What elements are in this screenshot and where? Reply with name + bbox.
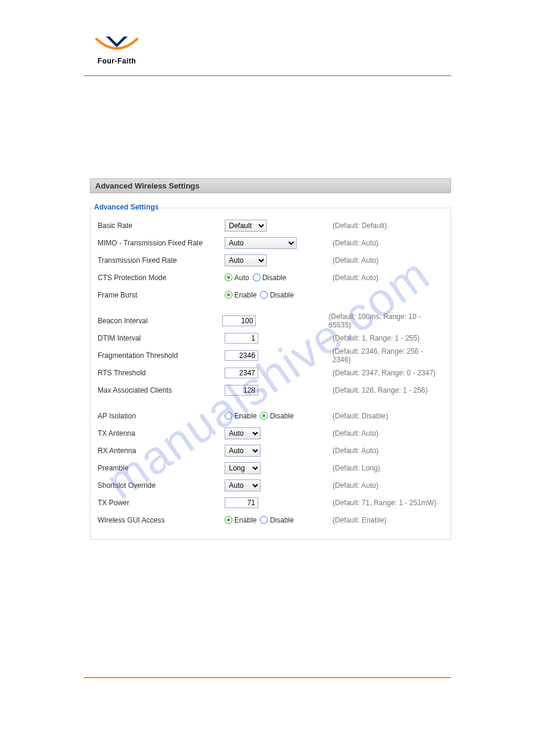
label-frame-burst: Frame Burst (98, 291, 225, 299)
row-cts-mode: CTS Protection Mode Auto Disable (Defaul… (98, 269, 443, 286)
row-dtim-interval: DTIM Interval (Default: 1, Range: 1 - 25… (98, 329, 443, 347)
hint-rx-antenna: (Default: Auto) (333, 447, 379, 455)
hint-preamble: (Default: Long) (333, 464, 380, 472)
select-preamble[interactable]: Long (225, 462, 261, 474)
input-tx-power[interactable] (225, 497, 258, 508)
row-gui-access: Wireless GUI Access Enable Disable (Defa… (98, 511, 443, 529)
row-rx-antenna: RX Antenna Auto (Default: Auto) (98, 442, 443, 459)
select-tx-antenna[interactable]: Auto (225, 427, 261, 439)
label-shortslot: Shortslot Override (98, 481, 225, 490)
hint-tx-power: (Default: 71, Range: 1 - 251mW) (333, 499, 436, 507)
radio-frame-burst-enable[interactable] (225, 291, 232, 299)
hint-gui-access: (Default: Enable) (333, 516, 386, 524)
label-preamble: Preamble (98, 464, 225, 472)
row-ap-isolation: AP Isolation Enable Disable (Default: Di… (98, 407, 443, 424)
row-max-clients: Max Associated Clients (Default: 128, Ra… (98, 381, 443, 399)
hint-tx-fixed-rate: (Default: Auto) (333, 256, 379, 265)
hint-rts-threshold: (Default: 2347, Range: 0 - 2347) (333, 369, 436, 377)
hint-shortslot: (Default: Auto) (333, 481, 379, 490)
radio-label-enable: Enable (234, 291, 256, 299)
label-beacon-interval: Beacon Interval (98, 317, 222, 325)
input-dtim-interval[interactable] (225, 333, 258, 344)
input-beacon-interval[interactable] (222, 315, 256, 326)
hint-ap-isolation: (Default: Disable) (333, 412, 388, 420)
fieldset-legend: Advanced Settings (93, 203, 160, 211)
footer-divider (84, 677, 451, 678)
select-shortslot[interactable]: Auto (225, 479, 261, 491)
select-mimo-rate[interactable]: Auto (225, 237, 297, 249)
radio-ap-isolation-enable[interactable] (225, 412, 232, 420)
label-tx-power: TX Power (98, 499, 225, 507)
label-rx-antenna: RX Antenna (98, 447, 225, 455)
panel-title: Advanced Wireless Settings (90, 178, 451, 193)
hint-basic-rate: (Default: Default) (333, 221, 387, 230)
radio-frame-burst-disable[interactable] (260, 291, 268, 299)
radio-label-enable: Enable (234, 516, 256, 524)
row-beacon-interval: Beacon Interval (Default: 100ms, Range: … (98, 312, 443, 329)
label-tx-antenna: TX Antenna (98, 429, 225, 438)
hint-dtim-interval: (Default: 1, Range: 1 - 255) (333, 334, 419, 342)
radio-cts-auto[interactable] (225, 274, 232, 281)
label-basic-rate: Basic Rate (98, 221, 225, 230)
row-tx-antenna: TX Antenna Auto (Default: Auto) (98, 424, 443, 442)
label-gui-access: Wireless GUI Access (98, 516, 225, 524)
radio-label-enable: Enable (234, 412, 256, 420)
page-header: Four-Faith (84, 33, 451, 65)
settings-panel: Advanced Wireless Settings Advanced Sett… (90, 178, 451, 540)
row-rts-threshold: RTS Threshold (Default: 2347, Range: 0 -… (98, 364, 443, 381)
row-basic-rate: Basic Rate Default (Default: Default) (98, 217, 443, 234)
row-tx-power: TX Power (Default: 71, Range: 1 - 251mW) (98, 494, 443, 511)
header-divider (84, 75, 451, 76)
label-rts-threshold: RTS Threshold (98, 369, 225, 377)
radio-label-disable: Disable (270, 291, 294, 299)
hint-cts-mode: (Default: Auto) (333, 274, 379, 282)
select-basic-rate[interactable]: Default (225, 220, 267, 232)
row-preamble: Preamble Long (Default: Long) (98, 459, 443, 476)
label-tx-fixed-rate: Transmission Fixed Rate (98, 256, 225, 265)
select-tx-fixed-rate[interactable]: Auto (225, 254, 267, 266)
row-shortslot: Shortslot Override Auto (Default: Auto) (98, 476, 443, 494)
label-mimo-rate: MIMO - Transmission Fixed Rate (98, 239, 225, 247)
row-mimo-rate: MIMO - Transmission Fixed Rate Auto (Def… (98, 234, 443, 251)
radio-cts-disable[interactable] (253, 274, 261, 281)
hint-beacon-interval: (Default: 100ms, Range: 10 - 65535) (328, 312, 443, 329)
row-frame-burst: Frame Burst Enable Disable (98, 286, 443, 303)
radio-label-disable: Disable (262, 274, 286, 282)
radio-ap-isolation-disable[interactable] (260, 412, 268, 420)
brand-name: Four-Faith (98, 57, 136, 65)
radio-label-auto: Auto (234, 274, 249, 282)
row-tx-fixed-rate: Transmission Fixed Rate Auto (Default: A… (98, 251, 443, 269)
label-max-clients: Max Associated Clients (98, 386, 225, 394)
radio-gui-access-enable[interactable] (225, 516, 232, 524)
hint-mimo-rate: (Default: Auto) (333, 239, 379, 247)
select-rx-antenna[interactable]: Auto (225, 445, 261, 457)
label-cts-mode: CTS Protection Mode (98, 274, 225, 282)
hint-max-clients: (Default: 128, Range: 1 - 256) (333, 386, 428, 394)
radio-label-disable: Disable (270, 516, 294, 524)
input-max-clients[interactable] (225, 385, 258, 396)
radio-gui-access-disable[interactable] (260, 516, 268, 524)
label-fragmentation: Fragmentation Threshold (98, 351, 225, 360)
label-dtim-interval: DTIM Interval (98, 334, 225, 342)
hint-tx-antenna: (Default: Auto) (333, 429, 379, 438)
label-ap-isolation: AP Isolation (98, 412, 225, 420)
brand-logo: Four-Faith (84, 33, 150, 65)
radio-label-disable: Disable (270, 412, 294, 420)
four-faith-logo-icon (93, 33, 141, 58)
row-fragmentation: Fragmentation Threshold (Default: 2346, … (98, 347, 443, 364)
input-fragmentation[interactable] (225, 350, 258, 361)
advanced-settings-fieldset: Advanced Settings Basic Rate Default (De… (90, 208, 451, 540)
hint-fragmentation: (Default: 2346, Range: 256 - 2346) (333, 347, 443, 364)
input-rts-threshold[interactable] (225, 368, 258, 378)
